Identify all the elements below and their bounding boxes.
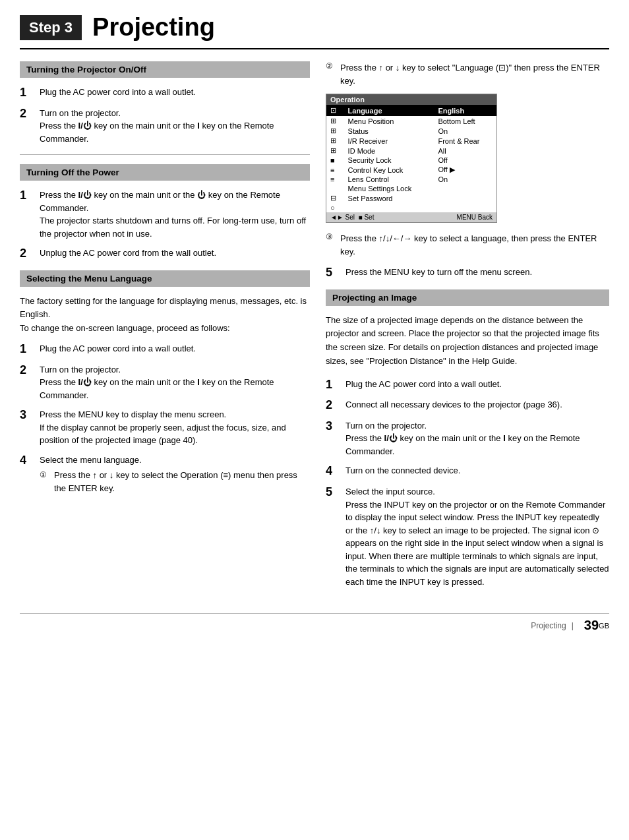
menu-row-menu-settings: Menu Settings Lock	[326, 184, 497, 193]
page-title: Projecting	[92, 13, 215, 42]
menu-row-control: ≡ Control Key Lock Off ▶	[326, 165, 497, 175]
menu-row-password: ⊟ Set Password	[326, 193, 497, 203]
on-off-steps: 1 Plug the AC power cord into a wall out…	[20, 86, 310, 145]
projecting-steps: 1 Plug the AC power cord into a wall out…	[326, 378, 609, 588]
footer-label: Projecting	[531, 621, 566, 630]
main-content: Turning the Projector On/Off 1 Plug the …	[20, 61, 609, 597]
proj-step-5: 5 Select the input source.Press the INPU…	[326, 485, 609, 588]
page-gb: GB	[599, 622, 609, 630]
section-projecting-header: Projecting an Image	[326, 289, 609, 306]
language-steps: 1 Plug the AC power cord into a wall out…	[20, 342, 310, 500]
header-divider	[20, 48, 609, 49]
off-steps: 1 Press the I/⏻ key on the main unit or …	[20, 189, 310, 261]
menu-row-status: ⊞ Status On	[326, 126, 497, 136]
left-column: Turning the Projector On/Off 1 Plug the …	[20, 61, 310, 597]
lang-step-4: 4 Select the menu language. ① Press the …	[20, 454, 310, 500]
page-number: 39	[584, 618, 599, 633]
sub-step-3: ③ Press the ↑/↓/←/→ key to select a lang…	[326, 232, 609, 258]
lang-step-2: 2 Turn on the projector.Press the I/⏻ ke…	[20, 363, 310, 402]
off-step-1: 1 Press the I/⏻ key on the main unit or …	[20, 189, 310, 240]
menu-row-lens: ≡ Lens Control On	[326, 175, 497, 184]
proj-step-3: 3 Turn on the projector.Press the I/⏻ ke…	[326, 419, 609, 458]
lang-step-5-list: 5 Press the MENU key to turn off the men…	[326, 266, 609, 280]
menu-row-security: ■ Security Lock Off	[326, 156, 497, 165]
sub-step-1: ① Press the ↑ or ↓ key to select the Ope…	[40, 469, 310, 495]
lang-step-3: 3 Press the MENU key to display the menu…	[20, 408, 310, 447]
step-1-plug: 1 Plug the AC power cord into a wall out…	[20, 86, 310, 100]
proj-step-2: 2 Connect all necessary devices to the p…	[326, 398, 609, 413]
divider1	[20, 154, 310, 155]
section-language-header: Selecting the Menu Language	[20, 270, 310, 287]
menu-row-language: ⊡ Language English	[326, 105, 497, 116]
proj-step-4: 4 Turn on the connected device.	[326, 464, 609, 479]
menu-table-footer: ◄► Sel ■ Set MENU Back	[326, 212, 497, 223]
menu-row-ir: ⊞ I/R Receiver Front & Rear	[326, 136, 497, 146]
right-column: ② Press the ↑ or ↓ key to select "Langua…	[326, 61, 609, 597]
section-on-off-header: Turning the Projector On/Off	[20, 61, 310, 78]
menu-row-empty: ○	[326, 203, 497, 212]
page-footer: Projecting | 39 GB	[20, 613, 609, 633]
sub-step-2-container: ② Press the ↑ or ↓ key to select "Langua…	[326, 61, 609, 87]
menu-row-position: ⊞ Menu Position Bottom Left	[326, 116, 497, 126]
menu-row-id: ⊞ ID Mode All	[326, 146, 497, 156]
lang-step-1: 1 Plug the AC power cord into a wall out…	[20, 342, 310, 357]
off-step-2: 2 Unplug the AC power cord from the wall…	[20, 247, 310, 261]
menu-table-header: Operation	[326, 94, 497, 105]
language-intro: The factory setting for the language for…	[20, 295, 310, 336]
projecting-intro: The size of a projected image depends on…	[326, 314, 609, 369]
proj-step-1: 1 Plug the AC power cord into a wall out…	[326, 378, 609, 392]
sub-step-2: ② Press the ↑ or ↓ key to select "Langua…	[326, 61, 609, 87]
lang-step-5: 5 Press the MENU key to turn off the men…	[326, 266, 609, 280]
step-label: Step 3	[20, 15, 82, 40]
sub-step-3-container: ③ Press the ↑/↓/←/→ key to select a lang…	[326, 232, 609, 258]
step-2-turn-on: 2 Turn on the projector.Press the I/⏻ ke…	[20, 107, 310, 146]
menu-screenshot: Operation ⊡ Language English ⊞ Menu Posi…	[326, 94, 609, 223]
page-header: Step 3 Projecting	[20, 13, 609, 42]
menu-table: Operation ⊡ Language English ⊞ Menu Posi…	[326, 94, 497, 223]
section-off-header: Turning Off the Power	[20, 164, 310, 181]
